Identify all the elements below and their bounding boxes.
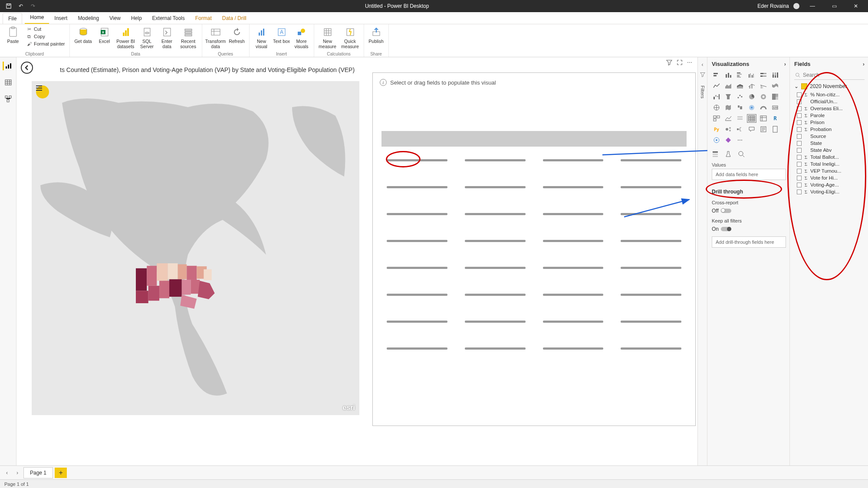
field-item[interactable]: State Abv xyxy=(797,147,865,153)
get-data-button[interactable]: Get data xyxy=(73,26,93,49)
collapse-viz-pane-icon[interactable]: › xyxy=(784,61,786,67)
checkbox-icon[interactable] xyxy=(797,190,802,194)
close-button[interactable]: ✕ xyxy=(847,0,865,12)
field-item[interactable]: ΣTotal Ballot... xyxy=(797,154,865,160)
viz-stacked-bar[interactable] xyxy=(712,71,721,79)
tab-help[interactable]: Help xyxy=(126,13,147,24)
tab-view[interactable]: View xyxy=(104,13,126,24)
checkbox-icon[interactable] xyxy=(797,120,802,125)
viz-azure-map[interactable] xyxy=(747,103,756,112)
copy-button[interactable]: ⧉Copy xyxy=(25,33,66,40)
user-name[interactable]: Eder Rovaina xyxy=(757,3,789,9)
field-item[interactable]: ΣProbation xyxy=(797,127,865,132)
cut-button[interactable]: ✂Cut xyxy=(25,26,66,33)
more-options-icon[interactable]: ⋯ xyxy=(687,59,692,67)
tab-data-drill[interactable]: Data / Drill xyxy=(217,13,252,24)
checkbox-icon[interactable] xyxy=(797,183,802,187)
viz-table[interactable] xyxy=(747,114,756,123)
checkbox-icon[interactable] xyxy=(797,106,802,111)
tab-home[interactable]: Home xyxy=(25,12,49,24)
checkbox-icon[interactable] xyxy=(797,141,802,146)
viz-narrative[interactable] xyxy=(759,125,768,134)
checkbox-icon[interactable] xyxy=(797,127,802,132)
field-item[interactable]: ΣVEP Turnou... xyxy=(797,168,865,174)
fields-tab-icon[interactable] xyxy=(712,151,719,159)
viz-stacked-area[interactable] xyxy=(735,82,745,90)
data-view-icon[interactable] xyxy=(4,78,13,87)
checkbox-icon[interactable] xyxy=(797,134,802,139)
viz-line[interactable] xyxy=(712,82,721,90)
text-box-button[interactable]: AText box xyxy=(273,26,290,49)
prev-page-button[interactable]: ‹ xyxy=(3,468,11,477)
viz-stacked-column[interactable] xyxy=(723,71,733,79)
excel-button[interactable]: XExcel xyxy=(96,26,113,49)
viz-gauge[interactable] xyxy=(759,103,768,112)
viz-ribbon[interactable] xyxy=(770,82,780,90)
viz-line-column[interactable] xyxy=(747,82,756,90)
viz-get-more[interactable]: ⋯ xyxy=(735,136,745,144)
viz-kpi[interactable] xyxy=(723,114,733,123)
field-item[interactable]: ΣPrison xyxy=(797,120,865,125)
next-page-button[interactable]: › xyxy=(13,468,22,477)
checkbox-icon[interactable] xyxy=(797,162,802,167)
back-button[interactable] xyxy=(21,62,33,74)
viz-100-column[interactable] xyxy=(770,71,780,79)
viz-matrix[interactable] xyxy=(759,114,768,123)
filter-icon[interactable] xyxy=(666,59,672,67)
map-visual[interactable]: esri xyxy=(32,81,359,415)
tab-format[interactable]: Format xyxy=(190,13,217,24)
focus-mode-icon[interactable] xyxy=(677,59,683,67)
table-visual[interactable]: i Select or drag fields to populate this… xyxy=(372,72,696,426)
report-canvas[interactable]: ⋯ ts Counted (Estimate), Prison and Voti… xyxy=(16,57,698,465)
viz-waterfall[interactable] xyxy=(712,92,721,101)
checkbox-icon[interactable] xyxy=(797,113,802,118)
filters-pane-collapsed[interactable]: ‹ Filters xyxy=(698,57,707,465)
viz-arcgis[interactable] xyxy=(712,136,721,144)
analytics-tab-icon[interactable] xyxy=(738,151,745,159)
user-avatar[interactable] xyxy=(793,3,799,9)
viz-key-influencers[interactable] xyxy=(723,125,733,134)
tab-insert[interactable]: Insert xyxy=(49,13,72,24)
viz-funnel[interactable] xyxy=(723,92,733,101)
save-icon[interactable] xyxy=(5,3,12,10)
minimize-button[interactable]: — xyxy=(804,0,821,12)
viz-100-bar[interactable] xyxy=(759,71,768,79)
viz-qa[interactable] xyxy=(747,125,756,134)
collapse-fields-pane-icon[interactable]: › xyxy=(863,61,865,67)
tab-modeling[interactable]: Modeling xyxy=(72,13,104,24)
fields-table-header[interactable]: ⌄ 2020 November xyxy=(794,83,865,89)
viz-map[interactable] xyxy=(712,103,721,112)
viz-paginated[interactable] xyxy=(770,125,780,134)
publish-button[interactable]: Publish xyxy=(368,26,385,49)
viz-powerapps[interactable] xyxy=(723,136,733,144)
transform-data-button[interactable]: Transform data xyxy=(206,26,226,49)
viz-python[interactable]: Py xyxy=(712,125,721,134)
viz-slicer[interactable] xyxy=(735,114,745,123)
field-item[interactable]: ΣParole xyxy=(797,113,865,118)
field-item[interactable]: ΣTotal Ineligi... xyxy=(797,161,865,167)
new-measure-button[interactable]: New measure xyxy=(318,26,338,49)
undo-icon[interactable]: ↶ xyxy=(17,3,24,10)
add-page-button[interactable]: + xyxy=(55,468,67,478)
expand-filters-icon[interactable]: ‹ xyxy=(702,62,704,68)
field-item[interactable]: Σ% Non-citiz... xyxy=(797,92,865,97)
field-item[interactable]: Source xyxy=(797,134,865,139)
viz-card[interactable]: 123 xyxy=(770,103,780,112)
field-item[interactable]: State xyxy=(797,141,865,146)
viz-donut[interactable] xyxy=(759,92,768,101)
fields-search[interactable]: Search xyxy=(794,71,865,80)
format-tab-icon[interactable] xyxy=(725,151,732,159)
viz-treemap[interactable] xyxy=(770,92,780,101)
tab-external-tools[interactable]: External Tools xyxy=(147,13,190,24)
map-menu-button[interactable] xyxy=(36,85,49,98)
viz-clustered-column[interactable] xyxy=(747,71,756,79)
viz-multi-card[interactable] xyxy=(712,114,721,123)
maximize-button[interactable]: ▭ xyxy=(825,0,843,12)
new-visual-button[interactable]: New visual xyxy=(253,26,270,49)
checkbox-icon[interactable] xyxy=(797,176,802,180)
values-well[interactable]: Add data fields here xyxy=(712,169,786,180)
report-view-icon[interactable] xyxy=(3,62,13,70)
cross-report-toggle[interactable]: Off xyxy=(712,208,786,214)
checkbox-icon[interactable] xyxy=(797,155,802,160)
viz-filled-map[interactable] xyxy=(723,103,733,112)
